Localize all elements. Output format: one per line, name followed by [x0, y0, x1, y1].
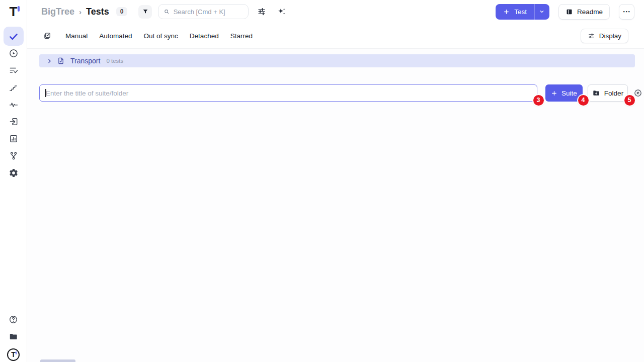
sliders-icon	[588, 32, 595, 40]
new-suite-form: Suite Folder	[39, 84, 644, 102]
adjustments-button[interactable]	[257, 7, 266, 16]
sidebar-item-steps[interactable]	[4, 79, 24, 96]
breadcrumb-project[interactable]: BigTree	[41, 7, 74, 17]
sidebar-item-account[interactable]: T	[4, 345, 24, 362]
logo-letter: T	[10, 4, 18, 19]
header-actions: Test Readme ⋯	[496, 4, 634, 20]
tune-icon	[257, 7, 266, 16]
funnel-icon	[142, 8, 149, 15]
sign-in-icon	[9, 117, 19, 127]
git-branch-icon	[9, 151, 19, 161]
sidebar-nav	[4, 27, 24, 182]
sidebar-item-tests[interactable]	[4, 27, 24, 46]
sidebar-item-settings[interactable]	[4, 164, 24, 182]
tab-manual[interactable]: Manual	[65, 32, 88, 40]
sidebar-bottom: T	[4, 311, 24, 362]
sidebar-item-branches[interactable]	[4, 147, 24, 164]
page-title: Tests	[86, 7, 109, 17]
tab-starred[interactable]: Starred	[230, 32, 253, 40]
create-test-button[interactable]: Test	[496, 4, 534, 20]
tutorial-badge-4: 4	[578, 95, 589, 106]
sidebar-item-import[interactable]	[4, 113, 24, 130]
tab-automated[interactable]: Automated	[99, 32, 132, 40]
search-input[interactable]	[174, 8, 244, 16]
app-logo[interactable]: T	[10, 5, 18, 21]
add-suite-button[interactable]: Suite	[545, 84, 583, 102]
sidebar-item-analytics[interactable]	[4, 130, 24, 147]
main-content: Transport 0 tests Suite Folder 3 4 5	[27, 49, 644, 362]
tab-detached[interactable]: Detached	[190, 32, 219, 40]
text-caret	[45, 89, 46, 97]
help-icon	[9, 315, 18, 324]
tests-count-badge: 0	[116, 7, 128, 16]
folder-icon	[9, 332, 18, 341]
suite-title-input[interactable]	[39, 84, 537, 102]
pulse-icon	[9, 100, 19, 110]
circle-x-icon	[633, 88, 642, 98]
sidebar-item-runs[interactable]	[4, 45, 24, 62]
avatar-accent-tick	[16, 351, 17, 354]
sidebar-item-plans[interactable]	[4, 62, 24, 79]
create-test-label: Test	[514, 8, 527, 16]
book-icon	[566, 8, 573, 16]
avatar-letter: T	[11, 351, 16, 358]
partial-element-bottom	[40, 359, 75, 362]
search-box	[158, 4, 249, 19]
sidebar-item-projects[interactable]	[4, 328, 24, 345]
create-test-dropdown[interactable]	[535, 4, 549, 20]
file-check-icon	[57, 57, 65, 65]
filter-button[interactable]	[138, 5, 152, 19]
plus-icon	[503, 9, 510, 15]
tab-out-of-sync[interactable]: Out of sync	[144, 32, 178, 40]
readme-button[interactable]: Readme	[558, 4, 610, 20]
header-row-2: Manual Automated Out of sync Detached St…	[27, 23, 644, 48]
logo-avatar: T	[7, 348, 20, 361]
check-icon	[8, 31, 19, 42]
breadcrumb-separator: ›	[79, 8, 82, 16]
sidebar-item-help[interactable]	[4, 311, 24, 328]
folder-plus-icon	[592, 89, 600, 97]
add-suite-label: Suite	[561, 89, 577, 97]
chevron-right-icon	[46, 58, 53, 64]
cancel-form-button[interactable]	[633, 88, 642, 98]
bulk-select-toggle[interactable]	[43, 32, 51, 40]
tutorial-badge-3: 3	[533, 95, 544, 106]
display-label: Display	[599, 32, 621, 40]
breadcrumb: BigTree › Tests 0	[41, 7, 127, 17]
suite-title: Transport	[70, 57, 100, 65]
header-row-1: BigTree › Tests 0 Test	[27, 0, 644, 23]
chevron-down-icon	[539, 9, 545, 15]
sparkles-icon	[277, 7, 286, 16]
add-folder-button[interactable]: Folder	[588, 84, 628, 102]
sidebar-item-pulse[interactable]	[4, 96, 24, 113]
header: BigTree › Tests 0 Test	[27, 0, 644, 49]
bulk-select-icon	[43, 32, 51, 40]
list-check-icon	[9, 65, 19, 75]
tutorial-badge-5: 5	[624, 95, 635, 106]
display-button[interactable]: Display	[581, 29, 628, 43]
ellipsis-icon: ⋯	[623, 7, 631, 16]
play-circle-icon	[9, 48, 19, 58]
filter-tabs: Manual Automated Out of sync Detached St…	[65, 32, 253, 40]
suite-test-count: 0 tests	[106, 58, 123, 64]
gear-icon	[9, 168, 19, 178]
stairs-icon	[9, 83, 18, 93]
sidebar: T	[0, 0, 27, 362]
logo-accent-tick	[18, 6, 20, 12]
create-test-split-button: Test	[496, 4, 549, 20]
plus-icon	[551, 90, 557, 97]
readme-label: Readme	[577, 8, 603, 16]
search-icon	[164, 8, 170, 15]
add-folder-label: Folder	[604, 89, 623, 97]
suite-row-transport[interactable]: Transport 0 tests	[39, 54, 635, 67]
bar-chart-icon	[9, 134, 19, 144]
more-options-button[interactable]: ⋯	[619, 4, 634, 20]
ai-assistant-button[interactable]	[277, 7, 286, 16]
